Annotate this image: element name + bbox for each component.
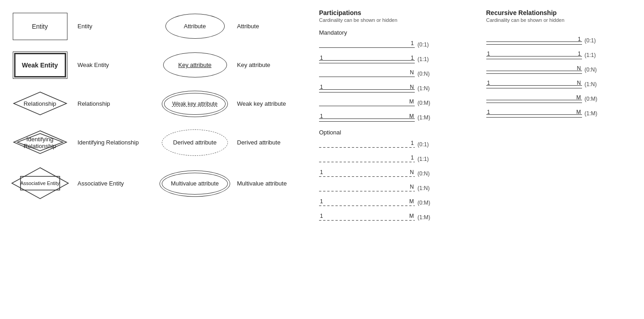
associative-entity-label: Associative Entity — [75, 180, 155, 187]
mandatory-line-1: 1 — [319, 40, 415, 50]
line-solid-5 — [319, 106, 415, 107]
rec-cardinality-5: (0:M) — [585, 96, 608, 102]
multivalue-attr-ellipse-label: Multivalue attribute — [171, 180, 219, 187]
identifying-rel-text: Identifying Relationship — [75, 139, 155, 146]
line-solid-3 — [319, 77, 415, 77]
right-panel: Participations Cardinality can be shown … — [314, 9, 639, 227]
rec-num-left-4: 1 — [487, 80, 490, 86]
attribute-ellipse: Attribute — [165, 14, 225, 39]
optional-row-1: 1 (0:1) — [319, 139, 473, 149]
symbol-row-entity: Entity Entity Attribute Attribute — [5, 9, 314, 43]
num-right-1: 1 — [411, 40, 414, 46]
page: Entity Entity Attribute Attribute Weak E… — [0, 0, 644, 236]
num-left-6: 1 — [320, 113, 323, 119]
optional-row-3: 1 N (0:N) — [319, 169, 473, 179]
symbol-row-identifying: Identifying Relationship Identifying Rel… — [5, 125, 314, 160]
rec-num-right-5: M — [577, 94, 581, 101]
rec-cardinality-2: (1:1) — [585, 52, 608, 58]
optional-title: Optional — [319, 129, 473, 136]
opt-line-3: 1 N — [319, 169, 415, 179]
recursive-subtitle: Cardinality can be shown or hidden — [486, 17, 640, 23]
rec-line-4a — [486, 88, 582, 89]
num-right-4: N — [410, 84, 414, 90]
rec-line-2: 1 1 — [486, 50, 582, 60]
attribute-ellipse-label: Attribute — [184, 23, 206, 30]
rec-num-left-2: 1 — [487, 51, 490, 57]
mandatory-title: Mandatory — [319, 29, 473, 36]
derived-attr-ellipse: Derived attribute — [162, 129, 228, 156]
weak-key-attr-shape: Weak key attribute — [155, 91, 235, 117]
rec-line-2a — [486, 59, 582, 60]
opt-line-4: N — [319, 183, 415, 193]
weak-key-attr-ellipse: Weak key attribute — [162, 91, 228, 117]
participations-section: Participations Cardinality can be shown … — [319, 9, 473, 227]
attribute-shape: Attribute — [155, 14, 235, 39]
symbol-row-relationship: Relationship Relationship Weak key attri… — [5, 87, 314, 121]
opt-cardinality-5: (0:M) — [417, 200, 440, 206]
opt-num-right-3: N — [410, 169, 414, 175]
opt-line-5: 1 M — [319, 198, 415, 208]
optional-row-4: N (1:N) — [319, 183, 473, 193]
cardinality-1: (0:1) — [417, 41, 440, 48]
opt-dashed-5 — [319, 206, 415, 206]
mandatory-row-3: N (0:N) — [319, 69, 473, 79]
entity-label: Entity — [75, 23, 155, 30]
symbol-row-associative: Associative Entity Associative Entity Mu… — [5, 164, 314, 203]
participations-title: Participations — [319, 9, 473, 16]
rec-cardinality-3: (0:N) — [585, 67, 608, 73]
opt-dashed-3 — [319, 176, 415, 177]
rec-line-5: M — [486, 94, 582, 104]
opt-dashed-4 — [319, 191, 415, 192]
recursive-title: Recursive Relationship — [486, 9, 640, 16]
line-solid-6a — [319, 121, 415, 122]
rec-num-right-2: 1 — [578, 51, 581, 57]
recursive-row-2: 1 1 (1:1) — [486, 50, 640, 60]
mandatory-row-1: 1 (0:1) — [319, 40, 473, 50]
attribute-label: Attribute — [235, 23, 314, 30]
rec-line-4b — [486, 85, 582, 86]
opt-dashed-1 — [319, 147, 415, 148]
key-attr-ellipse-label: Key attribute — [178, 62, 211, 68]
weak-key-attr-label: Weak key attribute — [235, 100, 314, 107]
weak-key-attr-ellipse-label: Weak key attribute — [172, 101, 217, 107]
mandatory-line-5: M — [319, 98, 415, 108]
multivalue-attr-label: Multivalue attribute — [235, 180, 314, 187]
line-solid-2b — [319, 60, 415, 61]
rec-line-5a — [486, 103, 582, 103]
rec-line-3: N — [486, 65, 582, 75]
symbol-row-weak-entity: Weak Entity Weak Entity Key attribute Ke… — [5, 48, 314, 82]
rec-num-right-3: N — [577, 65, 581, 72]
multivalue-attr-ellipse: Multivalue attribute — [160, 170, 230, 197]
rec-line-2b — [486, 56, 582, 57]
rec-line-1a — [486, 44, 582, 45]
multivalue-attr-shape: Multivalue attribute — [155, 170, 235, 197]
assoc-entity-label: Associative Entity — [20, 180, 59, 186]
mandatory-line-3: N — [319, 69, 415, 79]
associative-entity-shape: Associative Entity — [5, 166, 75, 201]
mandatory-row-5: M (0:M) — [319, 98, 473, 108]
opt-dashed-2 — [319, 162, 415, 163]
recursive-row-6: 1 M (1:M) — [486, 108, 640, 118]
recursive-row-3: N (0:N) — [486, 65, 640, 75]
mandatory-line-4: 1 N — [319, 83, 415, 93]
num-right-2: 1 — [411, 55, 414, 61]
key-attr-shape: Key attribute — [155, 52, 235, 77]
left-panel: Entity Entity Attribute Attribute Weak E… — [5, 9, 314, 227]
opt-num-right-1: 1 — [411, 140, 414, 146]
optional-row-6: 1 M (1:M) — [319, 212, 473, 222]
identifying-rel-shape: Identifying Relationship — [5, 130, 75, 155]
recursive-row-5: M (0:M) — [486, 94, 640, 104]
opt-num-right-4: N — [410, 184, 414, 190]
relationship-diamond: Relationship — [13, 91, 67, 116]
entity-box-label: Entity — [32, 23, 48, 30]
opt-num-left-5: 1 — [320, 198, 323, 205]
opt-num-right-2: 1 — [411, 154, 414, 161]
identifying-rel-diamond: Identifying Relationship — [13, 130, 67, 155]
participations-subtitle: Cardinality can be shown or hidden — [319, 17, 473, 23]
rec-line-6a — [486, 117, 582, 118]
mandatory-row-4: 1 N (1:N) — [319, 83, 473, 93]
num-right-3: N — [410, 69, 414, 76]
opt-num-left-6: 1 — [320, 213, 323, 219]
rec-line-1: 1 — [486, 36, 582, 46]
line-solid-6b — [319, 118, 415, 119]
